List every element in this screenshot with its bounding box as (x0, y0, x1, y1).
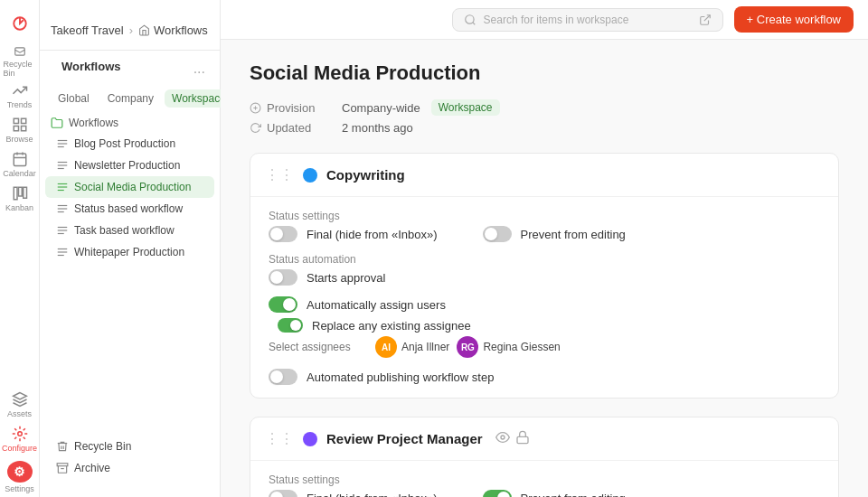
nav-trends[interactable]: Trends (4, 80, 36, 112)
nav-calendar[interactable]: Calendar (4, 148, 36, 181)
auto-assign-group: Automatically assign users Replace any e… (269, 296, 820, 358)
sidebar-recycle-bin[interactable]: Recycle Bin (51, 436, 209, 457)
starts-approval-toggle[interactable] (269, 269, 297, 286)
svg-point-13 (17, 432, 22, 436)
nav-kanban[interactable]: Kanban (4, 183, 36, 215)
breadcrumb-workflows[interactable]: Workflows (154, 23, 208, 37)
review-pm-title: Review Project Manager (326, 431, 483, 446)
icon-bar: Recycle Bin Trends Browse Calendar Kanba… (0, 0, 40, 497)
status-automation-label: Status automation (269, 253, 820, 266)
refresh-icon (250, 122, 261, 134)
replace-existing-row: Replace any existing assignee (278, 318, 820, 333)
select-assignees-label: Select assignees (269, 341, 368, 353)
top-bar: Search for items in workspace + Create w… (221, 0, 868, 40)
svg-point-34 (465, 14, 473, 23)
auto-assign-row: Automatically assign users (269, 296, 820, 313)
search-box[interactable]: Search for items in workspace (452, 8, 723, 32)
assignee-anja: AI Anja Illner (375, 336, 449, 358)
updated-value: 2 months ago (342, 121, 413, 135)
eye-icon (495, 430, 510, 447)
nav-settings[interactable]: ⚙ Settings (4, 461, 36, 493)
lock-icon (515, 430, 530, 447)
copywriting-header: ⋮⋮ Copywriting (250, 154, 838, 197)
updated-label: Updated (250, 121, 331, 135)
assignee-regina-name: Regina Giessen (483, 341, 560, 353)
review-pm-header: ⋮⋮ Review Project Manager (250, 417, 838, 461)
archive-label: Archive (74, 462, 110, 474)
sidebar-title: Workflows (51, 60, 132, 84)
tab-global[interactable]: Global (51, 89, 97, 108)
sidebar-bottom: Recycle Bin Archive (40, 428, 220, 486)
nav-inbox[interactable]: Recycle Bin (4, 45, 36, 78)
app-logo[interactable] (4, 7, 36, 40)
nav-assets[interactable]: Assets (4, 389, 36, 421)
avatar-regina: RG (457, 336, 478, 358)
replace-existing-label: Replace any existing assignee (312, 319, 471, 333)
sidebar-more-button[interactable]: ··· (190, 61, 209, 84)
review-final-hide-label: Final (hide from «Inbox») (307, 492, 438, 498)
provision-label: Provision (250, 101, 331, 115)
svg-rect-10 (14, 187, 17, 200)
sidebar-item-label: Blog Post Production (74, 137, 175, 150)
final-hide-toggle[interactable] (269, 226, 297, 242)
review-status-settings-group: Status settings Final (hide from «Inbox»… (269, 474, 820, 497)
assignee-regina: RG Regina Giessen (457, 336, 560, 358)
sidebar-item-task-based[interactable]: Task based workflow (45, 220, 214, 241)
sidebar-section-workflows: Workflows (40, 113, 220, 133)
updated-row: Updated 2 months ago (250, 121, 839, 135)
sidebar-item-label: Newsletter Production (74, 159, 180, 172)
review-final-hide-row: Final (hide from «Inbox») Prevent from e… (269, 490, 820, 497)
provision-row: Provision Company-wide Workspace (250, 99, 839, 116)
sidebar-section-label: Workflows (69, 117, 118, 129)
svg-rect-4 (14, 127, 18, 131)
sidebar-item-label: Whitepaper Production (74, 246, 184, 258)
search-area: Search for items in workspace (452, 8, 723, 32)
nav-browse[interactable]: Browse (4, 114, 36, 146)
status-automation-group: Status automation Starts approval (269, 253, 820, 286)
review-pm-dot (303, 432, 317, 446)
starts-approval-label: Starts approval (307, 271, 385, 285)
review-final-hide-toggle[interactable] (269, 490, 297, 497)
sidebar-item-newsletter[interactable]: Newsletter Production (45, 155, 214, 176)
auto-assign-toggle[interactable] (269, 296, 297, 313)
provision-value: Company-wide (342, 101, 420, 115)
status-settings-label: Status settings (269, 210, 820, 222)
svg-rect-5 (21, 127, 25, 131)
sidebar-item-whitepaper[interactable]: Whitepaper Production (45, 241, 214, 263)
svg-rect-1 (14, 48, 24, 55)
company-name: Takeoff Travel (51, 23, 124, 37)
sidebar-item-label: Task based workflow (74, 224, 175, 237)
svg-rect-3 (21, 118, 25, 123)
svg-point-40 (501, 436, 505, 439)
automated-publishing-toggle[interactable] (269, 369, 297, 385)
review-status-settings-label: Status settings (269, 474, 820, 486)
prevent-editing-toggle[interactable] (483, 226, 512, 242)
review-pm-section: ⋮⋮ Review Project Manager Status s (250, 417, 839, 497)
svg-rect-2 (14, 118, 18, 123)
sidebar-item-status-based[interactable]: Status based workflow (45, 198, 214, 220)
starts-approval-row: Starts approval (269, 269, 820, 286)
nav-configure[interactable]: Configure (4, 423, 36, 455)
status-settings-group: Status settings Final (hide from «Inbox»… (269, 210, 820, 242)
assignee-anja-name: Anja Illner (401, 341, 449, 353)
sidebar-item-label: Social Media Production (74, 181, 191, 193)
avatar-anja: AI (375, 336, 397, 358)
automated-publishing-label: Automated publishing workflow step (307, 370, 494, 384)
create-workflow-button[interactable]: + Create workflow (734, 6, 854, 33)
prevent-editing-label: Prevent from editing (521, 228, 626, 241)
sidebar-archive[interactable]: Archive (51, 457, 209, 479)
review-pm-icons (495, 430, 530, 447)
review-prevent-editing-toggle[interactable] (483, 490, 512, 497)
sidebar-header-area: Workflows ··· Global Company Workspace (40, 51, 220, 113)
breadcrumb-sep: › (129, 23, 133, 37)
sidebar-item-blog-post[interactable]: Blog Post Production (45, 133, 214, 155)
drag-handle-copywriting[interactable]: ⋮⋮ (265, 166, 294, 183)
svg-rect-41 (517, 436, 528, 443)
svg-line-36 (703, 14, 709, 20)
sidebar: Takeoff Travel › Workflows Workflows ···… (40, 0, 221, 497)
tab-company[interactable]: Company (100, 89, 161, 108)
drag-handle-review[interactable]: ⋮⋮ (265, 430, 294, 447)
copywriting-title: Copywriting (326, 167, 405, 183)
replace-existing-toggle[interactable] (278, 318, 303, 333)
sidebar-item-social-media[interactable]: Social Media Production (45, 176, 214, 198)
